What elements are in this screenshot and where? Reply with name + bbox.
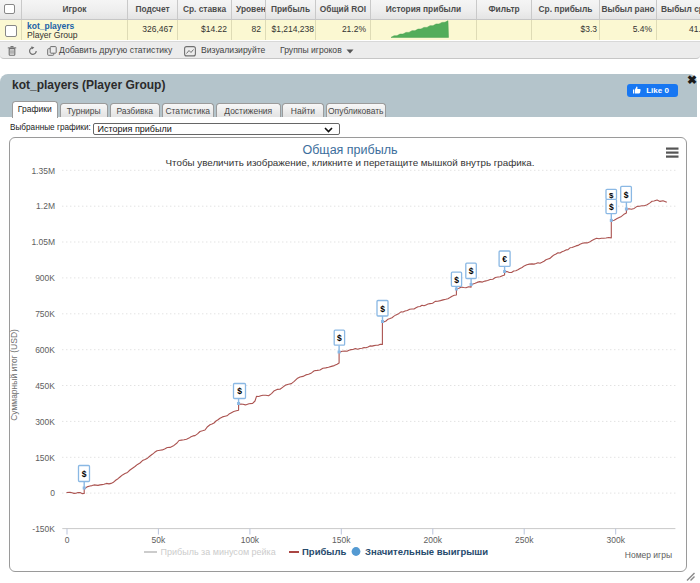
svg-text:Прибыль за минусом рейка: Прибыль за минусом рейка (161, 547, 276, 557)
svg-text:0: 0 (50, 488, 55, 498)
svg-text:$: $ (337, 333, 342, 343)
svg-text:Общая прибыль: Общая прибыль (302, 143, 397, 157)
svg-text:$: $ (469, 266, 474, 276)
svg-text:150k: 150k (332, 535, 351, 545)
svg-text:250k: 250k (515, 535, 534, 545)
svg-text:Значительные выигрыши: Значительные выигрыши (365, 546, 488, 557)
svg-text:$: $ (609, 191, 614, 200)
svg-text:600K: 600K (35, 345, 55, 355)
svg-text:-150K: -150K (32, 524, 55, 534)
svg-text:50k: 50k (152, 535, 166, 545)
svg-text:$: $ (624, 190, 629, 200)
svg-text:750K: 750K (35, 309, 55, 319)
svg-text:300K: 300K (35, 417, 55, 427)
svg-text:Номер игры: Номер игры (625, 550, 672, 560)
svg-text:1.35M: 1.35M (31, 166, 55, 176)
svg-text:Прибыль: Прибыль (302, 546, 346, 557)
svg-text:300k: 300k (606, 535, 625, 545)
svg-text:Суммарный итог (USD): Суммарный итог (USD) (9, 329, 19, 421)
svg-text:$: $ (454, 275, 459, 285)
svg-text:$: $ (237, 386, 242, 396)
svg-text:$: $ (609, 202, 614, 212)
svg-text:100k: 100k (241, 535, 260, 545)
svg-text:€: € (502, 254, 507, 264)
svg-text:450K: 450K (35, 381, 55, 391)
svg-text:1.2M: 1.2M (36, 201, 55, 211)
svg-text:900K: 900K (35, 273, 55, 283)
svg-text:200k: 200k (424, 535, 443, 545)
svg-text:0: 0 (65, 535, 70, 545)
svg-text:150K: 150K (35, 453, 55, 463)
svg-text:Чтобы увеличить изображение, к: Чтобы увеличить изображение, кликните и … (166, 157, 535, 168)
svg-text:1.05M: 1.05M (31, 237, 55, 247)
svg-text:$: $ (380, 304, 385, 314)
svg-text:$: $ (82, 469, 87, 479)
